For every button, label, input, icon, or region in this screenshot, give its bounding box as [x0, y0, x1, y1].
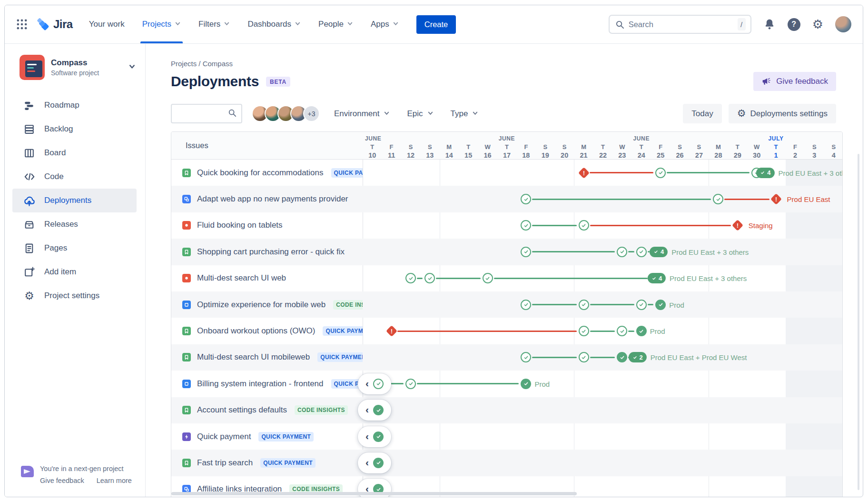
filter-dropdown-epic[interactable]: Epic [407, 109, 433, 119]
timeline-issue-row: Fast trip searchQUICK PAYMENT‹ [171, 450, 842, 476]
deployment-success-marker[interactable] [579, 352, 589, 362]
deployment-success-marker[interactable] [579, 326, 589, 336]
deployment-line [628, 251, 634, 252]
issue-cell[interactable]: Account settings defaultsCODE INSIGHTS [171, 397, 363, 423]
issue-cell[interactable]: Fast trip searchQUICK PAYMENT [171, 450, 363, 476]
day-column-header: S12 [401, 143, 420, 159]
deployment-success-marker[interactable] [405, 273, 416, 283]
issue-cell[interactable]: Billing system integration - frontendQUI… [171, 371, 363, 397]
nav-item-your-work[interactable]: Your work [89, 5, 125, 43]
app-switcher-icon[interactable] [15, 17, 30, 31]
issue-cell[interactable]: Shopping cart purchasing error - quick f… [171, 239, 363, 265]
deployment-success-marker[interactable] [655, 300, 666, 310]
sidebar-item-roadmap[interactable]: Roadmap [12, 93, 137, 117]
settings-icon: ⚙ [23, 291, 36, 301]
deployment-success-marker[interactable] [713, 194, 723, 204]
filter-dropdown-type[interactable]: Type [451, 109, 479, 119]
deployment-success-marker[interactable] [521, 379, 531, 389]
deployment-success-marker[interactable] [521, 352, 531, 362]
issue-cell[interactable]: Multi-dest search UI mobilewebQUICK PAYM… [171, 344, 363, 371]
sidebar-item-deployments[interactable]: Deployments [12, 189, 137, 212]
issue-cell[interactable]: Fluid booking on tablets [171, 212, 363, 239]
deployment-error-marker[interactable]: ! [386, 325, 397, 337]
environment-label: Prod EU East + 3 others [778, 169, 843, 177]
search-icon [615, 20, 624, 29]
deployment-error-marker[interactable]: ! [732, 220, 743, 231]
deployments-settings-button[interactable]: ⚙ Deployments settings [729, 104, 836, 123]
deployment-success-marker[interactable] [521, 300, 531, 310]
deployment-count-pill[interactable]: 2 [629, 352, 647, 362]
issue-filter-search[interactable] [171, 104, 242, 123]
issue-cell[interactable]: Quick booking for accommodationsQUICK PA… [171, 160, 363, 186]
give-feedback-button[interactable]: Give feedback [753, 72, 836, 91]
sidebar-item-backlog[interactable]: Backlog [12, 117, 137, 141]
deployment-success-marker[interactable] [424, 273, 435, 283]
timeline-issue-row: Billing system integration - frontendQUI… [171, 371, 842, 397]
sidebar-item-board[interactable]: Board [12, 141, 137, 165]
jira-logo[interactable]: Jira [36, 18, 73, 31]
issue-cell[interactable]: Adapt web app no new payments provider [171, 186, 363, 212]
global-search[interactable]: / [609, 15, 751, 34]
nav-item-projects[interactable]: Projects [142, 5, 181, 43]
project-switcher[interactable]: Compass Software project [5, 55, 145, 80]
issue-cell[interactable]: Quick paymentQUICK PAYMENT [171, 423, 363, 450]
deployment-success-marker[interactable] [521, 247, 531, 257]
help-icon[interactable]: ? [788, 18, 800, 31]
deployment-success-marker[interactable] [636, 247, 647, 257]
notifications-bell-icon[interactable] [763, 18, 776, 30]
sidebar-give-feedback-link[interactable]: Give feedback [40, 477, 84, 484]
next-gen-note: You're in a next-gen project [40, 465, 132, 472]
vertical-scrollbar[interactable] [858, 154, 859, 490]
sidebar-item-add-item[interactable]: Add item [12, 260, 137, 284]
assignee-avatar-overflow[interactable]: +3 [303, 105, 320, 122]
expand-deployments-button[interactable]: ‹ [358, 452, 391, 473]
settings-gear-icon[interactable]: ⚙ [812, 18, 823, 30]
filter-dropdown-environment[interactable]: Environment [334, 109, 390, 119]
sidebar-learn-more-link[interactable]: Learn more [97, 477, 132, 484]
nav-item-label: Filters [198, 20, 220, 29]
timeline-issue-row: Multi-dest search UI mobilewebQUICK PAYM… [171, 344, 842, 371]
deployment-success-marker[interactable] [636, 300, 647, 310]
expand-deployments-button[interactable]: ‹ [358, 400, 391, 421]
create-button[interactable]: Create [416, 15, 456, 34]
horizontal-scrollbar[interactable] [171, 492, 577, 495]
issue-filter-search-input[interactable] [177, 110, 228, 118]
deployment-success-marker[interactable] [655, 168, 666, 178]
deployment-success-marker[interactable] [483, 273, 493, 283]
sidebar-item-pages[interactable]: Pages [12, 236, 137, 260]
deployment-success-marker[interactable] [521, 220, 531, 231]
chevron-down-icon [472, 109, 478, 119]
breadcrumb[interactable]: Projects / Compass [171, 60, 836, 68]
nav-item-dashboards[interactable]: Dashboards [247, 5, 301, 43]
deployment-success-marker[interactable] [617, 326, 627, 336]
global-search-input[interactable] [629, 20, 733, 29]
deployment-success-marker[interactable] [579, 220, 589, 231]
chevron-down-icon[interactable] [128, 63, 136, 72]
expand-deployments-button[interactable]: ‹ [358, 373, 391, 394]
deployment-success-marker[interactable] [617, 352, 627, 362]
user-avatar[interactable] [835, 16, 851, 32]
nav-item-people[interactable]: People [318, 5, 353, 43]
sidebar-item-code[interactable]: Code [12, 165, 137, 189]
expand-deployments-button[interactable]: ‹ [358, 426, 391, 447]
sidebar-item-project-settings[interactable]: ⚙Project settings [12, 284, 137, 308]
issue-cell[interactable]: Multi-dest search UI web [171, 265, 363, 291]
deployment-count-pill[interactable]: 4 [648, 273, 666, 283]
nav-item-apps[interactable]: Apps [371, 5, 399, 43]
sidebar-item-releases[interactable]: Releases [12, 212, 137, 236]
deployment-count-pill[interactable]: 4 [756, 168, 774, 178]
deployment-success-marker[interactable] [617, 247, 627, 257]
deployment-error-marker[interactable]: ! [770, 193, 782, 205]
deployment-count-pill[interactable]: 4 [650, 247, 668, 257]
deployment-success-marker[interactable] [405, 379, 416, 389]
issue-cell[interactable]: Onboard workout options (OWO)QUICK PAYME… [171, 318, 363, 344]
deployment-success-marker[interactable] [579, 300, 589, 310]
deployment-success-marker[interactable] [521, 194, 531, 204]
deployment-success-marker[interactable] [636, 326, 647, 336]
issue-cell[interactable]: Optimize experience for mobile webCODE I… [171, 291, 363, 318]
deployment-error-marker[interactable]: ! [578, 167, 590, 179]
today-button[interactable]: Today [683, 104, 721, 123]
nav-item-filters[interactable]: Filters [198, 5, 230, 43]
deployment-track: !Prod [363, 318, 842, 344]
page-title: Deployments [171, 73, 259, 90]
